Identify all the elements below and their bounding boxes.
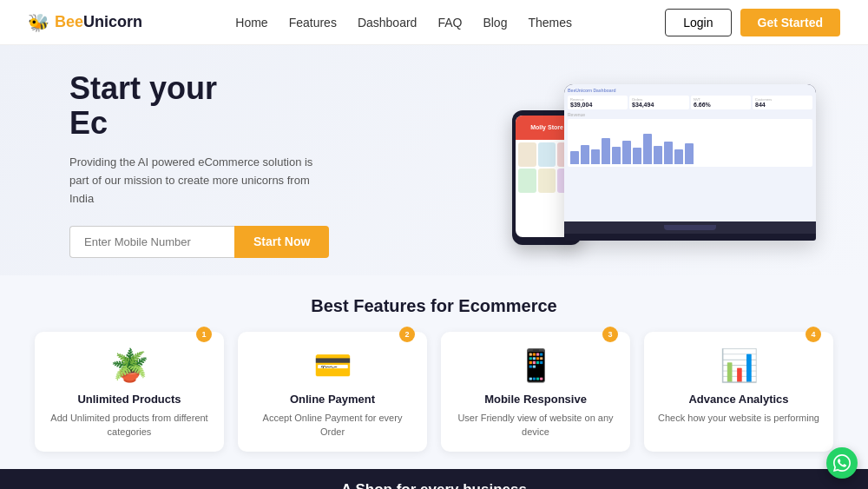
logo-text: BeeUnicorn — [55, 13, 142, 31]
bar — [674, 149, 683, 164]
feature-badge-1: 1 — [196, 327, 212, 342]
product-thumb — [538, 142, 556, 167]
products-icon: 🪴 — [110, 347, 149, 384]
bar — [685, 143, 694, 164]
dashboard-chart — [568, 119, 812, 167]
hero-title: Start your Ec — [69, 71, 329, 140]
feature-badge-2: 2 — [399, 327, 415, 342]
mobile-number-input[interactable] — [69, 226, 234, 258]
feature-name-3: Mobile Responsive — [484, 393, 587, 406]
nav-faq[interactable]: FAQ — [437, 16, 462, 30]
shop-title: A Shop for every business — [0, 481, 868, 489]
payment-icon: 💳 — [313, 347, 352, 384]
bar — [622, 141, 631, 164]
analytics-icon: 📊 — [720, 347, 759, 384]
stat-nvt: NVT 6.66% — [691, 96, 751, 109]
nav-blog[interactable]: Blog — [483, 16, 507, 30]
bar — [602, 138, 610, 163]
product-thumb — [518, 169, 536, 193]
hero-devices: Molly Store BeeUnicorn Dashboard — [503, 84, 816, 245]
bar — [581, 145, 589, 164]
nav-themes[interactable]: Themes — [528, 16, 572, 30]
bee-icon: 🐝 — [28, 12, 49, 33]
feature-name-4: Advance Analytics — [688, 393, 788, 406]
get-started-button[interactable]: Get Started — [740, 9, 840, 36]
feature-desc-2: Accept Online Payment for every Order — [252, 411, 413, 439]
feature-badge-3: 3 — [602, 327, 618, 342]
hero-subtitle: Providing the AI powered eCommerce solut… — [69, 154, 321, 208]
feature-desc-3: User Friendly view of website on any dev… — [455, 411, 616, 439]
feature-desc-4: Check how your website is performing — [658, 411, 819, 426]
hero-text: Start your Ec Providing the AI powered e… — [69, 71, 329, 258]
features-title: Best Features for Ecommerce — [35, 296, 833, 316]
dashboard-preview: BeeUnicorn Dashboard Revenue $39,004 Ord… — [564, 84, 816, 221]
bar — [570, 151, 579, 164]
hero-cta-row: Start Now — [69, 226, 329, 258]
bar — [591, 149, 600, 164]
start-now-button[interactable]: Start Now — [234, 226, 329, 258]
feature-card-mobile-responsive: 3 📱 Mobile Responsive User Friendly view… — [441, 332, 630, 452]
feature-badge-4: 4 — [806, 327, 821, 342]
bar — [633, 148, 641, 164]
bar — [664, 142, 673, 163]
laptop-base — [564, 221, 816, 234]
whatsapp-chat-button[interactable] — [826, 447, 858, 479]
hero-section: Start your Ec Providing the AI powered e… — [0, 45, 868, 275]
nav-features[interactable]: Features — [289, 16, 337, 30]
feature-card-unlimited-products: 1 🪴 Unlimited Products Add Unlimited pro… — [35, 332, 224, 452]
bar — [643, 134, 652, 163]
nav-buttons: Login Get Started — [665, 9, 840, 36]
shop-section: A Shop for every business ☰ 🔨 CARPENTER … — [0, 469, 868, 489]
bar — [612, 147, 621, 164]
bar — [654, 146, 662, 164]
laptop-screen: BeeUnicorn Dashboard Revenue $39,004 Ord… — [564, 84, 816, 221]
feature-name-1: Unlimited Products — [77, 393, 181, 406]
stat-orders: Orders $34,494 — [629, 96, 689, 109]
feature-desc-1: Add Unlimited products from different ca… — [49, 411, 210, 439]
feature-card-advance-analytics: 4 📊 Advance Analytics Check how your web… — [644, 332, 833, 452]
login-button[interactable]: Login — [665, 9, 731, 36]
feature-card-online-payment: 2 💳 Online Payment Accept Online Payment… — [238, 332, 427, 452]
product-thumb — [518, 142, 536, 167]
nav-dashboard[interactable]: Dashboard — [358, 16, 418, 30]
stat-revenue: Revenue $39,004 — [568, 96, 628, 109]
mobile-icon: 📱 — [516, 347, 556, 384]
dashboard-stats-row: Revenue $39,004 Orders $34,494 NVT 6.66% — [568, 96, 812, 109]
logo[interactable]: 🐝 BeeUnicorn — [28, 12, 142, 33]
laptop-notch — [664, 225, 716, 230]
features-grid: 1 🪴 Unlimited Products Add Unlimited pro… — [35, 332, 833, 452]
nav-links: Home Features Dashboard FAQ Blog Themes — [235, 16, 572, 30]
nav-home[interactable]: Home — [235, 16, 267, 30]
stat-customers: Customers 844 — [753, 96, 812, 109]
feature-name-2: Online Payment — [290, 393, 375, 406]
features-section: Best Features for Ecommerce 1 🪴 Unlimite… — [0, 275, 868, 469]
laptop-mockup: BeeUnicorn Dashboard Revenue $39,004 Ord… — [564, 84, 816, 241]
product-thumb — [538, 169, 556, 193]
navbar: 🐝 BeeUnicorn Home Features Dashboard FAQ… — [0, 0, 868, 45]
